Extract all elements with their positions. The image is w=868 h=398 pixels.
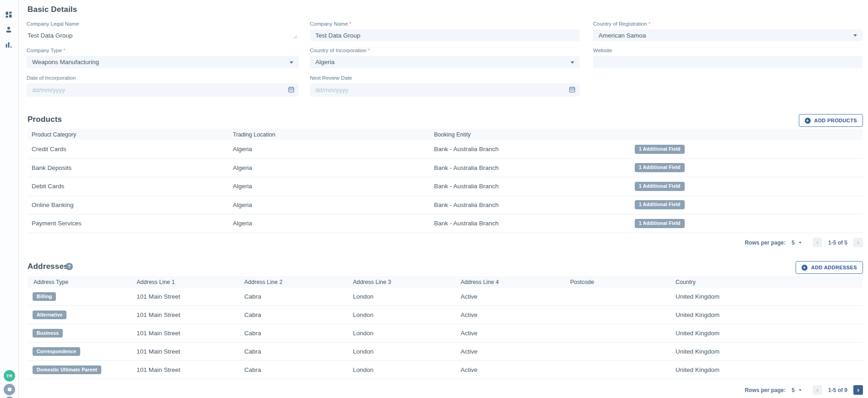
address-row[interactable]: Correspondence 101 Main Street Cabra Lon… [27, 343, 863, 361]
trading-location: Algeria [229, 220, 430, 227]
website-input[interactable] [593, 56, 863, 68]
booking-entity: Bank - Australia Branch [430, 146, 631, 153]
address-type-cell: Alternative [27, 311, 131, 320]
address-type-badge[interactable]: Correspondence [33, 347, 80, 356]
country-of-incorporation-select[interactable]: Algeria [310, 56, 580, 68]
next-page-button[interactable]: › [853, 238, 863, 247]
calendar-icon[interactable] [288, 86, 295, 94]
address-line3: London [347, 311, 455, 318]
date-of-incorporation-input[interactable]: dd/mm/yyyy [27, 83, 299, 97]
prev-page-button[interactable]: ‹ [813, 385, 822, 395]
country-of-registration-select[interactable]: American Samoa [593, 29, 863, 41]
rows-per-page-value[interactable]: 5 [791, 387, 795, 393]
product-row[interactable]: Bank Deposits Algeria Bank - Australia B… [27, 159, 863, 178]
help-icon[interactable]: ? [66, 263, 73, 270]
chevron-down-icon[interactable] [799, 242, 802, 244]
next-page-button[interactable]: › [853, 385, 863, 395]
book-icon[interactable] [4, 384, 15, 395]
address-type-badge[interactable]: Billing [33, 292, 56, 301]
app: TR Basic Details Company Legal Name Test… [0, 0, 868, 398]
product-row[interactable]: Online Banking Algeria Bank - Australia … [27, 196, 863, 215]
add-addresses-button[interactable]: + ADD ADDRESSES [796, 261, 863, 274]
address-row[interactable]: Billing 101 Main Street Cabra London Act… [27, 288, 863, 306]
company-name-field: Company Name* Test Data Group [310, 21, 580, 41]
chevron-down-icon [853, 34, 857, 37]
product-row[interactable]: Debit Cards Algeria Bank - Australia Bra… [27, 177, 863, 196]
address-type-badge[interactable]: Alternative [33, 311, 66, 320]
rows-per-page-value[interactable]: 5 [791, 240, 795, 246]
company-name-input[interactable]: Test Data Group [310, 29, 580, 41]
additional-field-badge[interactable]: 1 Additional Field [635, 219, 685, 228]
bar-chart-icon[interactable] [5, 41, 13, 49]
required-asterisk: * [63, 48, 65, 53]
address-line3: London [347, 293, 455, 300]
label-text: Date of Incorporation [27, 75, 76, 81]
company-type-label: Company Type* [27, 48, 299, 53]
country-of-incorporation-field: Country of Incorporation* Algeria [310, 48, 580, 68]
address-line2: Cabra [238, 293, 347, 300]
booking-entity: Bank - Australia Branch [430, 183, 631, 190]
address-line1: 101 Main Street [131, 348, 238, 355]
dashboard-icon[interactable] [5, 11, 13, 19]
address-line2: Cabra [238, 366, 347, 373]
user-icon[interactable] [5, 26, 13, 34]
field-value: American Samoa [599, 32, 646, 39]
company-legal-name-textarea[interactable]: Test Data Group [27, 29, 299, 41]
additional-field-badge[interactable]: 1 Additional Field [635, 182, 685, 191]
addresses-table-header: Address Type Address Line 1 Address Line… [27, 276, 863, 288]
website-field: Website [593, 48, 863, 68]
address-line4: Active [455, 311, 564, 318]
add-products-button[interactable]: + ADD PRODUCTS [799, 114, 863, 127]
address-type-badge[interactable]: Domestic Ultimate Parent [33, 365, 101, 375]
address-type-cell: Correspondence [27, 347, 131, 356]
country: United Kingdom [670, 330, 863, 337]
product-row[interactable]: Credit Cards Algeria Bank - Australia Br… [27, 140, 863, 159]
field-value: Test Data Group [27, 32, 72, 39]
trading-location: Algeria [229, 164, 430, 171]
address-line3: London [347, 348, 455, 355]
address-row[interactable]: Domestic Ultimate Parent 101 Main Street… [27, 361, 863, 379]
address-line1: 101 Main Street [131, 293, 238, 300]
additional-field-badge[interactable]: 1 Additional Field [635, 163, 685, 172]
label-text: Company Legal Name [27, 21, 79, 27]
company-type-select[interactable]: Weapons Manufacturing [27, 56, 299, 68]
rows-per-page-label: Rows per page: [745, 387, 786, 393]
required-asterisk: * [648, 21, 650, 27]
company-type-field: Company Type* Weapons Manufacturing [27, 48, 299, 68]
resize-handle-icon[interactable] [293, 33, 297, 40]
product-category: Online Banking [27, 202, 229, 208]
products-pagination: Rows per page: 5 ‹ 1-5 of 5 › [745, 238, 863, 247]
col-address-line2: Address Line 2 [238, 279, 347, 285]
next-review-date-input[interactable]: dd/mm/yyyy [310, 83, 580, 97]
address-line1: 101 Main Street [131, 311, 238, 318]
address-type-cell: Business [27, 329, 131, 338]
booking-entity: Bank - Australia Branch [430, 220, 631, 227]
product-row[interactable]: Payment Services Algeria Bank - Australi… [27, 214, 863, 233]
address-type-badge[interactable]: Business [33, 329, 63, 338]
address-row[interactable]: Business 101 Main Street Cabra London Ac… [27, 324, 863, 343]
date-of-incorporation-field: Date of Incorporation dd/mm/yyyy [27, 75, 299, 97]
addresses-table: Address Type Address Line 1 Address Line… [27, 276, 863, 379]
chevron-down-icon[interactable] [799, 389, 802, 391]
col-booking-entity: Booking Entity [430, 131, 631, 138]
plus-icon: + [802, 265, 808, 271]
address-line4: Active [455, 348, 564, 355]
address-line3: London [347, 366, 455, 373]
add-products-label: ADD PRODUCTS [814, 118, 857, 123]
additional-field-badge[interactable]: 1 Additional Field [635, 200, 685, 209]
calendar-icon[interactable] [569, 86, 576, 94]
country: United Kingdom [670, 311, 863, 318]
field-value: Test Data Group [315, 32, 360, 39]
address-row[interactable]: Alternative 101 Main Street Cabra London… [27, 306, 863, 324]
prev-page-button[interactable]: ‹ [813, 238, 822, 247]
col-product-category: Product Category [27, 131, 229, 138]
address-line2: Cabra [238, 348, 347, 355]
products-table-header: Product Category Trading Location Bookin… [27, 129, 863, 140]
address-line1: 101 Main Street [131, 366, 238, 373]
additional-field-badge[interactable]: 1 Additional Field [635, 145, 685, 154]
avatar[interactable]: TR [4, 370, 15, 382]
required-asterisk: * [368, 48, 369, 53]
next-review-date-field: Next Review Date dd/mm/yyyy [310, 75, 580, 97]
field-value: Algeria [315, 59, 335, 65]
chevron-down-icon [290, 61, 293, 64]
